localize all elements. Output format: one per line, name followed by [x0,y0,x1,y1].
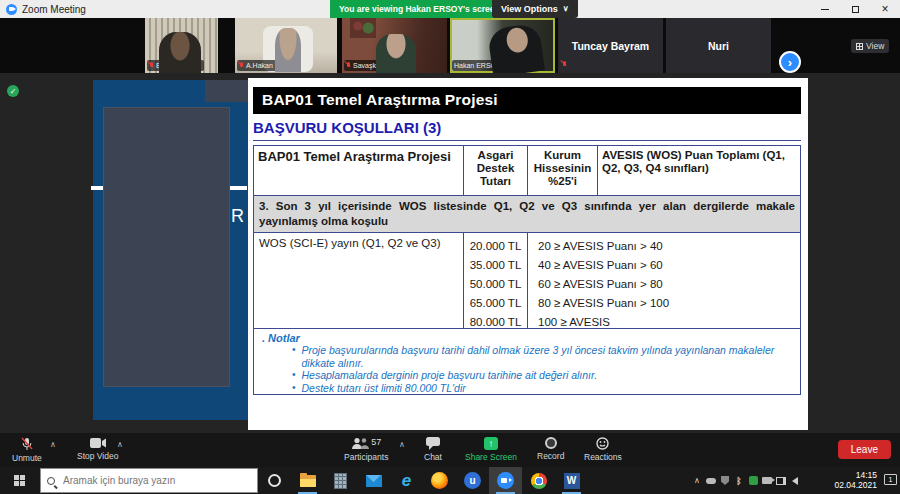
onedrive-icon[interactable] [706,476,716,486]
window-title: Zoom Meeting [22,4,86,15]
taskbar-chrome-button[interactable] [522,467,555,494]
chevron-down-icon: ∨ [563,0,569,18]
leave-button[interactable]: Leave [838,440,891,459]
presentation-slide: BAP01 Temel Araştırma Projesi BAŞVURU KO… [248,78,808,430]
next-arrow-icon: › [788,56,792,69]
start-button[interactable] [0,467,40,494]
mic-muted-icon [21,437,33,451]
note-item: •Proje başvurularında başvuru tarihi dah… [262,344,792,369]
video-tile[interactable]: Bahadır Özg... [145,18,218,73]
avesis-cell: 20 ≥ AVESIS Puanı > 40 40 ≥ AVESIS Puanı… [528,233,800,328]
maximize-button[interactable] [840,0,870,18]
share-screen-button[interactable]: ↑ Share Screen [465,437,517,462]
show-hidden-icons-button[interactable]: ∧ [692,476,702,486]
condition-row: 3. Son 3 yıl içerisinde WOS listesinde Q… [254,196,800,233]
close-button[interactable]: × [870,0,900,18]
unmute-label: Unmute [12,453,42,463]
mic-options-caret[interactable]: ∧ [50,440,56,449]
zoom-app-icon [6,4,17,15]
search-input[interactable] [61,474,241,487]
reactions-label: Reactions [584,452,622,462]
video-options-caret[interactable]: ∧ [117,440,123,449]
taskbar-cortana-button[interactable] [258,467,291,494]
shield-icon[interactable] [720,476,730,486]
next-participants-button[interactable]: › [779,51,801,73]
record-icon [545,437,557,449]
bluetooth-icon[interactable]: ᛒ [734,476,744,486]
taskbar-explorer-button[interactable] [291,467,324,494]
avesis-range: 20 ≥ AVESIS Puanı > 40 [538,237,800,256]
participant-name: Hakan ERSOY [454,61,501,70]
participant-name: Bahadır Özg... [156,61,201,70]
clock-time: 14:15 [834,470,877,480]
view-layout-button[interactable]: View [851,39,889,53]
chat-button[interactable]: Chat [424,437,442,462]
participant-name: A.Hakan Yılm... [246,61,295,70]
participants-label: Participants [344,452,388,462]
video-tile-no-video[interactable]: Nuri [666,18,771,73]
titlebar: Zoom Meeting You are viewing Hakan ERSOY… [0,0,900,18]
zoom-toolbar: Unmute ∧ Stop Video ∧ 57 Participants ∧ [0,433,900,467]
amount-value: 35.000 TL [464,256,527,275]
handle-left [91,186,103,190]
header-cell: Asgari Destek Tutarı [464,146,528,195]
minimize-icon [821,9,829,10]
viewing-banner: You are viewing Hakan ERSOY's screen [330,0,509,18]
antivirus-icon[interactable] [748,476,758,486]
avesis-range: 100 ≥ AVESIS [538,313,800,332]
grid-view-icon [856,43,863,50]
taskbar-uapp-button[interactable]: u [456,467,489,494]
record-button[interactable]: Record [537,437,564,461]
volume-icon[interactable] [790,476,800,486]
taskbar-calculator-button[interactable] [324,467,357,494]
taskbar-word-button[interactable]: W [555,467,588,494]
taskbar-firefox-button[interactable] [423,467,456,494]
bullet-icon: • [292,369,296,382]
share-screen-label: Share Screen [465,452,517,462]
table-header-row: BAP01 Temel Araştırma Projesi Asgari Des… [254,146,800,196]
taskbar-ie-button[interactable]: e [390,467,423,494]
reactions-button[interactable]: Reactions [584,437,622,462]
participants-icon [351,437,369,450]
chat-icon [426,437,440,450]
notes-box: . Notlar •Proje başvurularında başvuru t… [253,328,801,395]
record-label: Record [537,451,564,461]
avesis-range: 60 ≥ AVESIS Puanı > 80 [538,275,800,294]
header-cell: Kurum Hissesinin %25'i [528,146,598,195]
participants-button[interactable]: 57 Participants [344,437,388,462]
taskbar-clock[interactable]: 14:15 02.04.2021 [834,470,877,490]
avesis-range: 80 ≥ AVESIS Puanı > 100 [538,294,800,313]
calculator-icon [334,473,347,489]
unmute-button[interactable]: Unmute [12,437,42,463]
shared-screen-area: ✓ R BAP01 Temel Araştırma Projesi BAŞVUR… [0,73,900,433]
view-options-button[interactable]: View Options ∨ [492,0,578,18]
search-icon [47,477,55,485]
zoom-icon [497,472,514,489]
participant-name: Nuri [708,40,729,52]
minimize-button[interactable] [810,0,840,18]
view-button-label: View [866,41,884,51]
header-cell: BAP01 Temel Araştırma Projesi [254,146,464,195]
close-icon: × [881,2,888,16]
video-tile-no-video[interactable]: Tuncay Bayram [558,18,663,73]
video-tile[interactable]: Savaşkan Yıl... [342,18,447,73]
taskbar-search[interactable] [40,468,258,493]
amount-value: 80.000 TL [464,313,527,332]
amount-value: 65.000 TL [464,294,527,313]
slide-heading: BAŞVURU KOŞULLARI (3) [253,119,801,141]
slide-banner-title: BAP01 Temel Araştırma Projesi [253,87,801,114]
bullet-icon: • [292,382,296,395]
participants-count: 57 [371,437,381,447]
video-tile[interactable]: A.Hakan Yılm... [235,18,337,73]
panel-fragment [205,80,248,102]
taskbar-mail-button[interactable] [357,467,390,494]
taskbar-zoom-button[interactable] [489,467,522,494]
video-strip: Bahadır Özg... A.Hakan Yılm... Savaşkan … [0,18,900,73]
video-tile-active-speaker[interactable]: Hakan ERSOY [450,18,555,73]
action-center-button[interactable]: 1 [884,474,897,485]
camera-tray-icon[interactable] [762,476,772,486]
stop-video-button[interactable]: Stop Video [77,437,118,461]
note-item: •Destek tutarı üst limiti 80.000 TL'dir [262,382,792,395]
bullet-icon: • [292,344,296,369]
participants-options-caret[interactable]: ∧ [399,440,405,449]
